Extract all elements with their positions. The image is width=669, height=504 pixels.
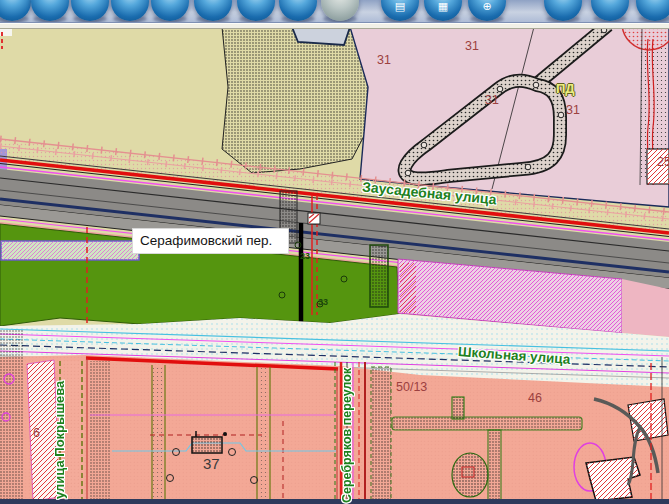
- button-glyph-icon: ▦: [424, 0, 462, 12]
- button-glyph-icon: ⊕: [468, 0, 506, 12]
- map-canvas[interactable]: Заусадебная улица Серафимовский пер. Шко…: [0, 27, 669, 504]
- map-drawing: [0, 27, 669, 504]
- button-glyph-icon: ▤: [381, 0, 419, 12]
- toolbar-shelf: [0, 23, 669, 29]
- toolbar: ▤▦⊕: [0, 0, 669, 23]
